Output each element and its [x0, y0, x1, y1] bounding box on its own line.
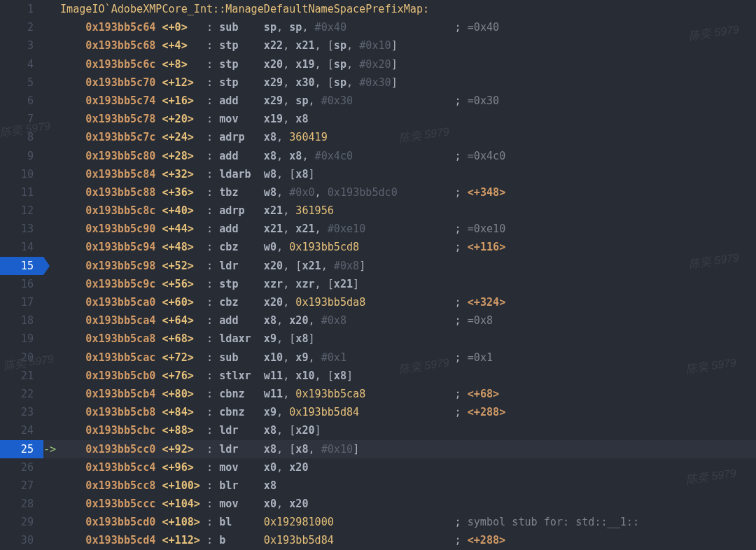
disassembly-line[interactable]: 0x193bb5cac <+72> : sub x10, x9, #0x1 ; … [43, 348, 756, 367]
disassembly-line[interactable]: 0x193bb5c80 <+28> : add x8, x8, #0x4c0 ;… [43, 147, 756, 165]
disassembly-line[interactable]: 0x193bb5cc4 <+96> : mov x0, x20 [43, 458, 756, 477]
line-number[interactable]: 23 [0, 403, 43, 421]
instruction-offset: <+20> [162, 113, 206, 125]
mnemonic: cbz [219, 241, 264, 253]
disassembly-line[interactable]: 0x193bb5cc8 <+100> : blr x8 [43, 477, 756, 495]
mnemonic: stlxr [219, 369, 264, 382]
mnemonic: ldr [219, 424, 264, 437]
disassembly-line[interactable]: 0x193bb5cb8 <+84> : cbnz x9, 0x193bb5d84… [43, 403, 756, 421]
instruction-address: 0x193bb5c74 [85, 94, 155, 107]
operands: x8, [x8, #0x10] [264, 443, 359, 456]
operands: w11, 0x193bb5ca8 [264, 388, 365, 400]
disassembly-line[interactable]: 0x193bb5c94 <+48> : cbz w0, 0x193bb5cd8 … [43, 238, 756, 256]
line-number[interactable]: 1 [0, 0, 43, 18]
disassembly-line[interactable]: 0x193bb5cb0 <+76> : stlxr w11, x10, [x8] [43, 367, 756, 385]
comment-offset: <+116> [468, 241, 506, 253]
disassembly-line[interactable]: 0x193bb5cbc <+88> : ldr x8, [x20] [43, 421, 756, 439]
line-number[interactable]: 13 [0, 220, 43, 238]
disassembly-line[interactable]: 0x193bb5c6c <+8> : stp x20, x19, [sp, #0… [43, 55, 756, 73]
line-number[interactable]: 30 [0, 531, 43, 549]
instruction-offset: <+100> [162, 479, 206, 492]
line-number[interactable]: 28 [0, 495, 43, 513]
current-line-arrow-icon [43, 385, 60, 403]
disassembly-line[interactable]: 0x193bb5c7c <+24> : adrp x8, 360419 [43, 128, 756, 146]
disassembly-line[interactable]: 0x193bb5c64 <+0> : sub sp, sp, #0x40 ; =… [43, 18, 756, 36]
line-number[interactable]: 27 [0, 477, 43, 495]
instruction-address: 0x193bb5c64 [85, 21, 155, 34]
mnemonic: add [219, 314, 264, 327]
instruction-offset: <+28> [162, 150, 206, 162]
instruction-address: 0x193bb5cac [85, 351, 155, 364]
comment: ; =0x8 [455, 314, 493, 327]
line-number[interactable]: 9 [0, 147, 43, 165]
line-number[interactable]: 26 [0, 458, 43, 477]
line-number[interactable]: 2 [0, 18, 43, 36]
disassembly-view[interactable]: ImageIO`AdobeXMPCore_Int::ManageDefaultN… [43, 0, 756, 550]
line-number[interactable]: 14 [0, 238, 43, 256]
instruction-offset: <+0> [162, 21, 206, 34]
line-number[interactable]: 25 [0, 440, 43, 458]
instruction-offset: <+88> [162, 424, 206, 437]
comment-offset: <+324> [468, 296, 506, 309]
disassembly-line[interactable]: 0x193bb5ca8 <+68> : ldaxr x9, [x8] [43, 330, 756, 348]
disassembly-line[interactable]: 0x193bb5ca4 <+64> : add x8, x20, #0x8 ; … [43, 311, 756, 330]
line-number[interactable]: 29 [0, 513, 43, 531]
line-number[interactable]: 7 [0, 110, 43, 128]
line-number[interactable]: 5 [0, 73, 43, 92]
disassembly-line[interactable]: ImageIO`AdobeXMPCore_Int::ManageDefaultN… [43, 0, 756, 18]
disassembly-line[interactable]: 0x193bb5c98 <+52> : ldr x20, [x21, #0x8] [43, 257, 756, 275]
disassembly-line[interactable]: 0x193bb5c88 <+36> : tbz w8, #0x0, 0x193b… [43, 183, 756, 202]
line-number[interactable]: 8 [0, 128, 43, 146]
disassembly-line[interactable]: 0x193bb5c78 <+20> : mov x19, x8 [43, 110, 756, 128]
disassembly-line[interactable]: 0x193bb5c84 <+32> : ldarb w8, [x8] [43, 165, 756, 183]
disassembly-line[interactable]: 0x193bb5ca0 <+60> : cbz x20, 0x193bb5da8… [43, 293, 756, 311]
operands: 0x192981000 [264, 516, 334, 528]
operands: x20, x19, [sp, #0x20] [264, 58, 398, 71]
mnemonic: bl [219, 516, 264, 528]
line-number[interactable]: 10 [0, 165, 43, 183]
mnemonic: add [219, 94, 264, 107]
disassembly-line[interactable]: 0x193bb5cd0 <+108> : bl 0x192981000 ; sy… [43, 513, 756, 531]
disassembly-line[interactable]: 0x193bb5c90 <+44> : add x21, x21, #0xe10… [43, 220, 756, 238]
mnemonic: cbnz [219, 388, 264, 400]
line-number[interactable]: 15 [0, 257, 43, 275]
line-number[interactable]: 11 [0, 183, 43, 202]
line-number[interactable]: 16 [0, 275, 43, 293]
disassembly-line[interactable]: 0x193bb5ccc <+104> : mov x0, x20 [43, 495, 756, 513]
instruction-address: 0x193bb5ccc [85, 498, 155, 510]
operands: x29, sp, #0x30 [264, 94, 353, 107]
operands: 0x193bb5d84 [264, 534, 334, 547]
instruction-offset: <+84> [162, 406, 206, 418]
line-number-gutter: 1234567891011121314151617181920212223242… [0, 0, 43, 550]
disassembly-line[interactable]: 0x193bb5c74 <+16> : add x29, sp, #0x30 ;… [43, 92, 756, 110]
line-number[interactable]: 12 [0, 202, 43, 220]
disassembly-line[interactable]: 0x193bb5c70 <+12> : stp x29, x30, [sp, #… [43, 73, 756, 92]
instruction-offset: <+32> [162, 168, 206, 181]
line-number[interactable]: 17 [0, 293, 43, 311]
line-number[interactable]: 4 [0, 55, 43, 73]
line-number[interactable]: 3 [0, 36, 43, 55]
current-line-arrow-icon [43, 55, 60, 73]
disassembly-line[interactable]: -> 0x193bb5cc0 <+92> : ldr x8, [x8, #0x1… [43, 440, 756, 458]
instruction-address: 0x193bb5c94 [85, 241, 155, 253]
mnemonic: stp [219, 39, 264, 52]
comment: ; <+324> [455, 296, 506, 309]
line-number[interactable]: 18 [0, 311, 43, 330]
symbol-title: ImageIO`AdobeXMPCore_Int::ManageDefaultN… [60, 3, 429, 15]
instruction-address: 0x193bb5c78 [85, 113, 155, 125]
disassembly-line[interactable]: 0x193bb5c8c <+40> : adrp x21, 361956 [43, 202, 756, 220]
disassembly-line[interactable]: 0x193bb5c9c <+56> : stp xzr, xzr, [x21] [43, 275, 756, 293]
mnemonic: sub [219, 21, 264, 34]
line-number[interactable]: 20 [0, 348, 43, 367]
disassembly-line[interactable]: 0x193bb5c68 <+4> : stp x22, x21, [sp, #0… [43, 36, 756, 55]
line-number[interactable]: 19 [0, 330, 43, 348]
disassembly-line[interactable]: 0x193bb5cb4 <+80> : cbnz w11, 0x193bb5ca… [43, 385, 756, 403]
line-number[interactable]: 21 [0, 367, 43, 385]
line-number[interactable]: 22 [0, 385, 43, 403]
line-number[interactable]: 6 [0, 92, 43, 110]
disassembly-line[interactable]: 0x193bb5cd4 <+112> : b 0x193bb5d84 ; <+2… [43, 531, 756, 549]
comment: ; =0x4c0 [455, 150, 506, 162]
instruction-offset: <+12> [162, 76, 206, 89]
line-number[interactable]: 24 [0, 421, 43, 439]
current-line-arrow-icon [43, 348, 60, 367]
